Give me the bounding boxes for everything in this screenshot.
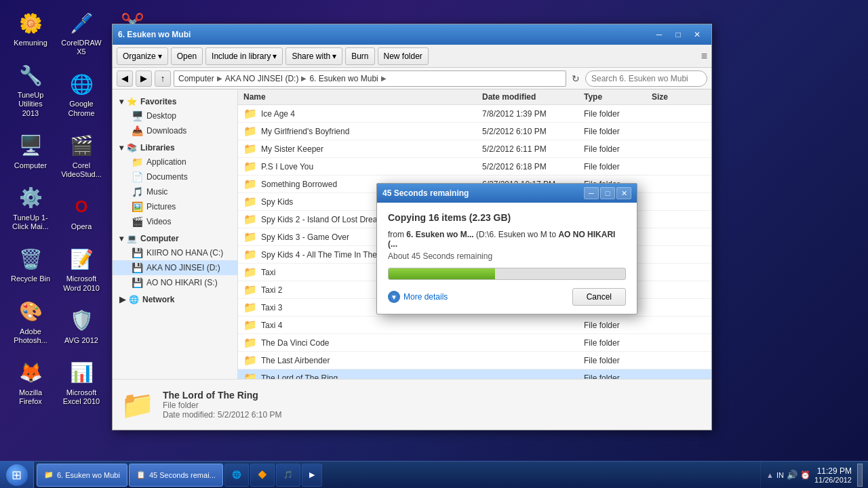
taskbar-chrome-btn[interactable]: 🌐 — [224, 464, 249, 487]
folder-icon: 📁 — [243, 283, 257, 296]
path-folder[interactable]: 6. Esuken wo Mubi — [309, 74, 378, 83]
excel-icon: 📊 — [68, 359, 95, 386]
sidebar-item-application[interactable]: 📁 Application — [113, 155, 237, 169]
kemuning-icon: 🌼 — [17, 9, 44, 37]
taskbar-itunes-btn[interactable]: 🎵 — [276, 464, 300, 487]
sidebar-item-s-drive[interactable]: 💾 AO NO HIKARI (S:) — [113, 275, 237, 290]
chrome-label: Google Chrome — [60, 100, 102, 117]
libraries-section: ▾ 📚 Libraries 📁 Application 📄 Documents … — [113, 141, 237, 229]
folder-icon: 📁 — [243, 266, 257, 279]
file-row[interactable]: 📁 The Da Vinci Code File folder — [238, 334, 711, 352]
burn-button[interactable]: Burn — [345, 47, 374, 65]
corel2-label: Corel VideoStud... — [60, 161, 102, 179]
refresh-button[interactable]: ↻ — [569, 73, 583, 84]
sidebar-item-c-drive[interactable]: 💾 KIIRO NO HANA (C:) — [113, 245, 237, 260]
back-button[interactable]: ◀ — [117, 70, 133, 87]
folder-icon: 📁 — [243, 319, 257, 331]
sidebar-item-downloads[interactable]: 📥 Downloads — [113, 123, 237, 138]
address-path[interactable]: Computer ▶ AKA NO JINSEI (D:) ▶ 6. Esuke… — [174, 70, 566, 87]
speaker-icon[interactable]: 🔊 — [787, 470, 797, 480]
desktop-icon-photoshop[interactable]: 🎨 Adobe Photosh... — [7, 296, 54, 348]
dialog-maximize-button[interactable]: □ — [600, 187, 615, 199]
forward-button[interactable]: ▶ — [136, 70, 152, 87]
path-drive[interactable]: AKA NO JINSEI (D:) — [225, 74, 299, 83]
network-header[interactable]: ▶ 🌐 Network — [113, 293, 237, 306]
firefox-label: Mozilla Firefox — [9, 388, 52, 406]
file-row[interactable]: 📁 The Lord of The Ring File folder — [238, 369, 711, 379]
progress-bar-fill — [389, 268, 495, 279]
maximize-button[interactable]: □ — [669, 28, 687, 41]
network-tray-icon: IN — [776, 471, 784, 479]
file-name: 📁 The Lord of The Ring — [243, 371, 482, 379]
dialog-minimize-button[interactable]: ─ — [584, 187, 599, 199]
more-details-button[interactable]: ▼ More details — [388, 291, 448, 303]
taskbar-time: 11:29 PM — [814, 466, 852, 476]
folder-icon: 📁 — [243, 195, 257, 208]
taskbar-explorer-btn[interactable]: 📁 6. Esuken wo Mubi — [37, 464, 127, 487]
favorites-header[interactable]: ▾ ⭐ Favorites — [113, 95, 237, 108]
file-row[interactable]: 📁 P.S I Love You 5/2/2012 6:18 PM File f… — [238, 158, 711, 176]
share-with-button[interactable]: Share with ▾ — [285, 47, 342, 65]
file-date: 7/8/2012 1:39 PM — [482, 109, 584, 119]
sidebar-item-documents[interactable]: 📄 Documents — [113, 169, 237, 184]
column-size[interactable]: Size — [652, 92, 706, 102]
desktop-icon-opera[interactable]: O Opera — [58, 190, 105, 234]
vlc-taskbar-icon: 🔶 — [258, 470, 267, 479]
desktop-icon-computer[interactable]: 🖥️ Computer — [7, 129, 54, 173]
folder-icon: 📁 — [243, 248, 257, 261]
desktop-icon-corel2[interactable]: 🎬 Corel VideoStud... — [58, 129, 105, 182]
dialog-controls: ─ □ ✕ — [584, 187, 631, 199]
cancel-button[interactable]: Cancel — [572, 288, 626, 306]
desktop-icon-recycle[interactable]: 🗑️ Recycle Bin — [7, 243, 54, 286]
desktop-icon-tuneup2[interactable]: ⚙️ TuneUp 1-Click Mai... — [7, 182, 54, 234]
up-button[interactable]: ↑ — [155, 70, 171, 87]
file-row[interactable]: 📁 Taxi 4 File folder — [238, 317, 711, 334]
taskbar-media-btn[interactable]: ▶ — [302, 464, 322, 487]
file-name: 📁 My Girlfriend's Boyfriend — [243, 125, 482, 138]
sidebar-item-videos[interactable]: 🎬 Videos — [113, 214, 237, 229]
desktop-icon-word[interactable]: 📝 Microsoft Word 2010 — [58, 243, 105, 295]
folder-icon: 📁 — [243, 354, 257, 367]
minimize-button[interactable]: ─ — [650, 28, 668, 41]
desktop-icon-firefox[interactable]: 🦊 Mozilla Firefox — [7, 357, 54, 409]
taskbar-vlc-btn[interactable]: 🔶 — [250, 464, 275, 487]
column-type[interactable]: Type — [584, 92, 652, 102]
desktop-icon-tuneup[interactable]: 🔧 TuneUp Utilities 2013 — [7, 59, 54, 121]
new-folder-button[interactable]: New folder — [378, 47, 429, 65]
start-button[interactable]: ⊞ — [0, 462, 34, 489]
close-button[interactable]: ✕ — [688, 28, 706, 41]
organize-button[interactable]: Organize ▾ — [117, 47, 168, 65]
sidebar-item-pictures[interactable]: 🖼️ Pictures — [113, 199, 237, 214]
tray-expand-button[interactable]: ▲ — [766, 471, 774, 479]
sidebar-item-music[interactable]: 🎵 Music — [113, 184, 237, 199]
file-name: 📁 The Last Airbender — [243, 354, 482, 367]
desktop-icon-avg[interactable]: 🛡️ AVG 2012 — [58, 304, 105, 348]
view-toggle-button[interactable]: ≡ — [701, 50, 707, 62]
include-library-button[interactable]: Include in library ▾ — [205, 47, 283, 65]
search-input[interactable] — [585, 70, 707, 87]
desktop-icon-chrome[interactable]: 🌐 Google Chrome — [58, 68, 105, 120]
taskbar-dialog-btn[interactable]: 📋 45 Seconds remai... — [129, 464, 223, 487]
column-date[interactable]: Date modified — [482, 92, 584, 102]
column-name[interactable]: Name — [243, 92, 482, 102]
file-row[interactable]: 📁 My Girlfriend's Boyfriend 5/2/2012 6:1… — [238, 123, 711, 140]
chevron-down-icon: ▾ — [119, 234, 123, 243]
desktop-icon-kemuning[interactable]: 🌼 Kemuning — [7, 7, 54, 50]
desktop-icon-excel[interactable]: 📊 Microsoft Excel 2010 — [58, 357, 105, 409]
folder-icon: 📁 — [243, 107, 257, 120]
preview-name: The Lord of The Ring — [163, 390, 703, 401]
file-row[interactable]: 📁 The Last Airbender File folder — [238, 352, 711, 369]
libraries-header[interactable]: ▾ 📚 Libraries — [113, 141, 237, 155]
dialog-close-button[interactable]: ✕ — [616, 187, 631, 199]
open-button[interactable]: Open — [171, 47, 203, 65]
progress-bar-container — [388, 268, 626, 280]
file-row[interactable]: 📁 My Sister Keeper 5/2/2012 6:11 PM File… — [238, 140, 711, 158]
windows-icon: ⊞ — [12, 468, 22, 483]
computer-section-header[interactable]: ▾ 💻 Computer — [113, 232, 237, 245]
path-computer[interactable]: Computer — [178, 74, 214, 83]
file-row[interactable]: 📁 Ice Age 4 7/8/2012 1:39 PM File folder — [238, 105, 711, 123]
sidebar-item-desktop[interactable]: 🖥️ Desktop — [113, 108, 237, 123]
show-desktop-button[interactable] — [857, 464, 863, 487]
desktop-icon-coreldraw[interactable]: 🖊️ CorelDRAW X5 — [58, 7, 105, 59]
sidebar-item-d-drive[interactable]: 💾 AKA NO JINSEI (D:) — [113, 260, 237, 275]
